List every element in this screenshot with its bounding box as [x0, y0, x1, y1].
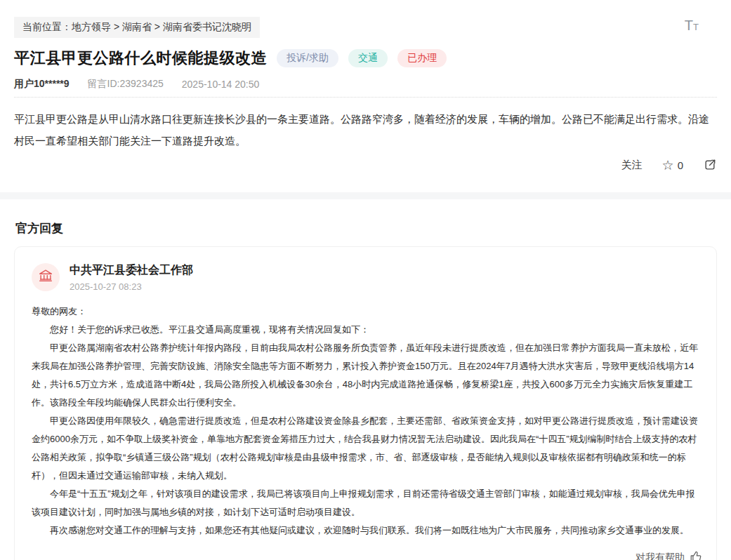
reply-paragraph: 甲更公路因使用年限较久，确急需进行提质改造，但是农村公路建设资金除县乡配套，主要…	[32, 412, 702, 485]
top-bar: 当前位置：地方领导 > 湖南省 > 湖南省委书记沈晓明 TT	[0, 0, 731, 38]
message-meta: 用户10*****9 留言ID:23923425 2025-10-14 20:5…	[14, 78, 717, 98]
message-datetime: 2025-10-14 20:50	[182, 79, 260, 90]
follow-label: 关注	[621, 159, 643, 172]
reply-header: 中共平江县委社会工作部 2025-10-27 08:23	[32, 263, 702, 292]
page-title: 平江县甲更公路什么时候能提级改造	[14, 48, 267, 69]
tag-status: 已办理	[397, 49, 447, 67]
star-count: 0	[678, 159, 683, 171]
reply-card: 中共平江县委社会工作部 2025-10-27 08:23 尊敬的网友： 您好！关…	[14, 246, 717, 560]
font-size-big-glyph: T	[685, 18, 693, 33]
message-actions: 关注 ☆ 0	[14, 156, 717, 174]
reply-author-block: 中共平江县委社会工作部 2025-10-27 08:23	[70, 263, 193, 292]
reply-body: 尊敬的网友： 您好！关于您的诉求已收悉。平江县交通局高度重视，现将有关情况回复如…	[32, 302, 702, 540]
official-reply-section: 官方回复 中共平江县委社会工作部 2025-10-27 08:23 尊敬的网	[0, 220, 731, 560]
tag-category: 投诉/求助	[277, 49, 338, 67]
helpful-row: 对我有帮助	[32, 550, 702, 560]
breadcrumb[interactable]: 当前位置：地方领导 > 湖南省 > 湖南省委书记沈晓明	[14, 17, 260, 38]
government-building-icon	[38, 268, 53, 286]
reply-paragraph: 再次感谢您对交通工作的理解与支持，如果您还有其他疑问或建议，欢迎随时与我们联系。…	[32, 521, 702, 540]
reply-section-heading: 官方回复	[15, 220, 717, 236]
reply-paragraph: 尊敬的网友：	[32, 302, 702, 321]
message-id: 留言ID:23923425	[88, 78, 164, 91]
tag-domain: 交通	[348, 49, 388, 67]
avatar	[32, 263, 60, 291]
font-size-small-glyph: T	[693, 22, 699, 32]
star-icon: ☆	[662, 159, 674, 172]
department-name: 中共平江县委社会工作部	[70, 263, 193, 278]
share-button[interactable]	[703, 158, 717, 172]
reply-paragraph: 您好！关于您的诉求已收悉。平江县交通局高度重视，现将有关情况回复如下：	[32, 321, 702, 339]
share-icon	[703, 158, 717, 172]
message-body: 平江县甲更公路是从甲山清水路口往更新连接长沙县的一条主要道路。公路路窄湾多，随着…	[14, 108, 717, 152]
reply-paragraph: 甲更公路属湖南省农村公路养护统计年报内路段，目前由我局农村公路服务所负责管养，虽…	[32, 339, 702, 412]
username: 用户10*****9	[14, 78, 70, 91]
reply-paragraph: 今年是“十五五”规划之年，针对该项目的建设需求，我局已将该项目向上申报规划需求，…	[32, 485, 702, 521]
helpful-button[interactable]: 对我有帮助	[635, 550, 702, 560]
title-row: 平江县甲更公路什么时候能提级改造 投诉/求助 交通 已办理	[14, 48, 717, 69]
message-card: 平江县甲更公路什么时候能提级改造 投诉/求助 交通 已办理 用户10*****9…	[0, 48, 731, 174]
helpful-label: 对我有帮助	[635, 552, 685, 560]
star-button[interactable]: ☆ 0	[662, 159, 683, 172]
font-size-toggle[interactable]: TT	[685, 18, 699, 32]
follow-button[interactable]: 关注	[621, 159, 643, 172]
section-separator	[0, 192, 731, 199]
thumbs-up-icon	[690, 550, 702, 560]
reply-datetime: 2025-10-27 08:23	[70, 281, 193, 292]
